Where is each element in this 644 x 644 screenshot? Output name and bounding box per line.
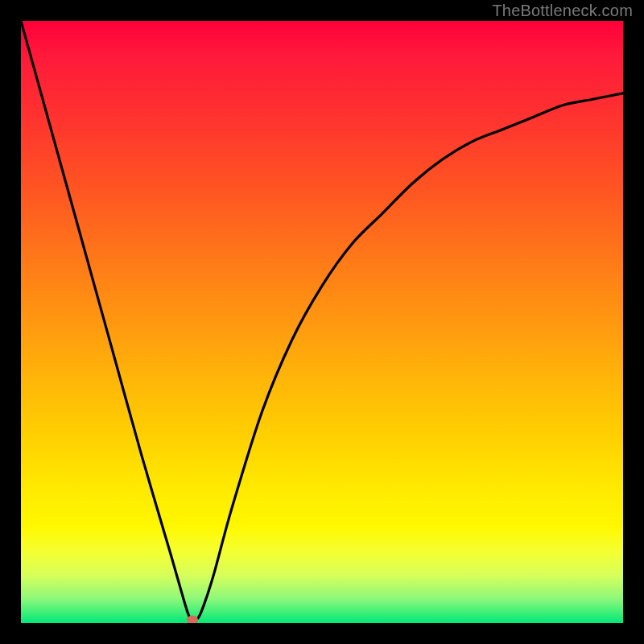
chart-frame: TheBottleneck.com <box>0 0 644 644</box>
plot-area <box>21 21 623 623</box>
bottleneck-curve <box>21 21 623 623</box>
watermark-text: TheBottleneck.com <box>492 2 633 20</box>
optimal-point-marker <box>187 616 198 623</box>
